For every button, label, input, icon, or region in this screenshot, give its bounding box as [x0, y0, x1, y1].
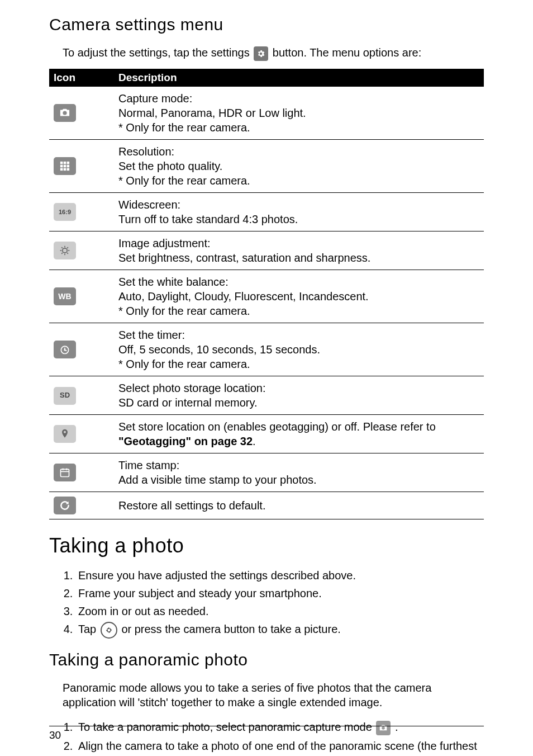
th-description: Description	[114, 69, 484, 87]
page-footer: 30	[49, 726, 484, 743]
gear-icon	[254, 46, 268, 61]
svg-rect-8	[67, 168, 70, 171]
table-row: SD Select photo storage location: SD car…	[49, 376, 484, 415]
table-row: Image adjustment: Set brightness, contra…	[49, 231, 484, 270]
shutter-icon	[101, 622, 117, 639]
svg-rect-1	[64, 162, 66, 164]
svg-line-14	[61, 248, 63, 249]
svg-rect-4	[64, 165, 66, 168]
svg-line-15	[67, 253, 68, 254]
widescreen-icon: 16:9	[54, 203, 76, 221]
desc-text: Set store location on (enables geotaggin…	[118, 420, 436, 433]
table-row: Set the timer: Off, 5 seconds, 10 second…	[49, 323, 484, 376]
desc-cell: Set store location on (enables geotaggin…	[114, 415, 484, 453]
image-adjustment-icon	[54, 242, 76, 259]
svg-rect-6	[60, 168, 63, 171]
restore-icon	[54, 497, 76, 514]
svg-rect-0	[60, 162, 63, 164]
svg-rect-5	[67, 165, 70, 168]
desc-line: Restore all settings to default.	[118, 498, 479, 513]
desc-line: SD card or internal memory.	[118, 395, 479, 410]
desc-line: Set the timer:	[118, 328, 479, 342]
svg-rect-7	[64, 168, 66, 171]
list-item: Ensure you have adjusted the settings de…	[76, 567, 484, 585]
desc-line: Widescreen:	[118, 197, 479, 212]
heading-taking-photo: Taking a photo	[49, 533, 484, 559]
resolution-icon	[54, 157, 76, 175]
intro-text-after: button. The menu options are:	[273, 46, 421, 59]
page-number: 30	[49, 729, 61, 741]
svg-rect-22	[61, 470, 69, 477]
step-text: Tap	[78, 623, 99, 635]
timer-icon	[54, 341, 76, 358]
desc-line: Auto, Daylight, Cloudy, Fluorescent, Inc…	[118, 289, 479, 304]
heading-panoramic: Taking a panoramic photo	[49, 649, 484, 670]
svg-point-9	[63, 248, 67, 253]
desc-text: .	[253, 435, 256, 447]
white-balance-icon: WB	[54, 287, 76, 305]
svg-line-17	[67, 248, 68, 249]
table-row: Time stamp: Add a visible time stamp to …	[49, 453, 484, 492]
table-row: WB Set the white balance: Auto, Daylight…	[49, 270, 484, 323]
desc-line: Time stamp:	[118, 458, 479, 472]
desc-line: Set brightness, contrast, saturation and…	[118, 251, 479, 265]
svg-rect-2	[67, 162, 70, 164]
table-row: Set store location on (enables geotaggin…	[49, 415, 484, 453]
desc-line: Resolution:	[118, 144, 479, 159]
desc-line: Set the photo quality.	[118, 159, 479, 173]
desc-line: * Only for the rear camera.	[118, 173, 479, 188]
list-item: Frame your subject and steady your smart…	[76, 585, 484, 603]
intro-text-before: To adjust the settings, tap the settings	[63, 46, 253, 59]
list-item: Zoom in or out as needed.	[76, 603, 484, 621]
desc-bold: "Geotagging" on page 32	[118, 435, 253, 447]
table-row: Resolution: Set the photo quality. * Onl…	[49, 140, 484, 193]
table-row: Restore all settings to default.	[49, 492, 484, 519]
steps-taking-photo: Ensure you have adjusted the settings de…	[49, 567, 484, 641]
heading-camera-settings: Camera settings menu	[49, 13, 484, 35]
desc-line: * Only for the rear camera.	[118, 120, 479, 135]
desc-line: Normal, Panorama, HDR or Low light.	[118, 106, 479, 120]
desc-line: Image adjustment:	[118, 236, 479, 251]
intro-paragraph: To adjust the settings, tap the settings…	[49, 45, 484, 61]
table-row: Capture mode: Normal, Panorama, HDR or L…	[49, 87, 484, 140]
pano-intro: Panoramic mode allows you to take a seri…	[49, 681, 484, 710]
svg-rect-3	[60, 165, 63, 168]
svg-point-21	[64, 349, 65, 351]
capture-mode-icon	[54, 104, 76, 122]
desc-line: * Only for the rear camera.	[118, 304, 479, 318]
table-row: 16:9 Widescreen: Turn off to take standa…	[49, 193, 484, 231]
storage-icon: SD	[54, 387, 76, 405]
geotag-icon	[54, 425, 76, 443]
step-text: or press the camera button to take a pic…	[121, 623, 340, 635]
desc-line: Set the white balance:	[118, 275, 479, 289]
settings-table: Icon Description Capture mode: Normal, P…	[49, 69, 484, 520]
desc-line: Select photo storage location:	[118, 381, 479, 395]
desc-line: * Only for the rear camera.	[118, 357, 479, 371]
time-stamp-icon	[54, 464, 76, 481]
desc-line: Add a visible time stamp to your photos.	[118, 472, 479, 487]
th-icon: Icon	[49, 69, 114, 87]
svg-line-16	[61, 253, 63, 254]
list-item: Tap or press the camera button to take a…	[76, 621, 484, 641]
desc-line: Turn off to take standard 4:3 photos.	[118, 212, 479, 226]
desc-line: Off, 5 seconds, 10 seconds, 15 seconds.	[118, 342, 479, 357]
desc-line: Capture mode:	[118, 91, 479, 106]
